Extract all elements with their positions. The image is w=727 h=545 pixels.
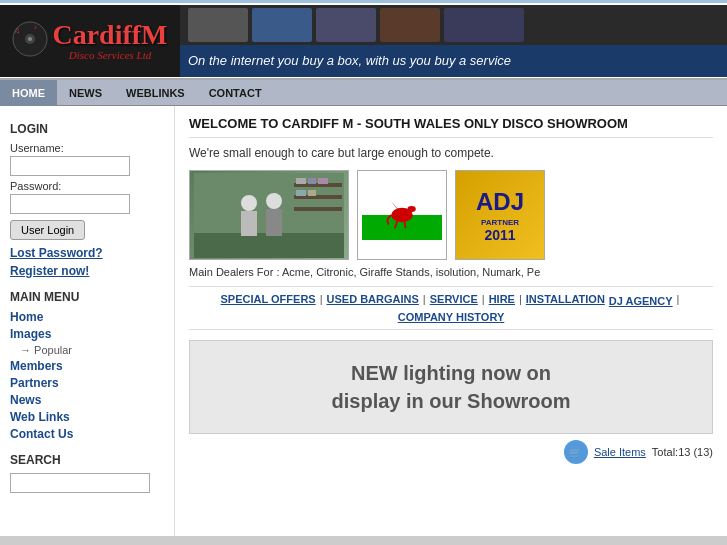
tagline-text: On the internet you buy a box, with us y… [188,53,511,68]
svg-text:🛒: 🛒 [569,446,582,459]
banner-product-1 [188,8,248,42]
svg-text:♫: ♫ [14,26,20,35]
promo-box: NEW lighting now ondisplay in our Showro… [189,340,713,434]
svg-line-25 [404,221,405,228]
banner-area: On the internet you buy a box, with us y… [180,5,727,77]
menu-images[interactable]: Images [10,327,164,341]
used-bargains-link[interactable]: USED BARGAINS [327,293,419,307]
menu-home[interactable]: Home [10,310,164,324]
shop-image [189,170,349,260]
banner-product-4 [380,8,440,42]
register-link[interactable]: Register now! [10,264,164,278]
search-title: SEARCH [10,453,164,467]
search-input[interactable] [10,473,150,493]
svg-rect-15 [308,178,316,184]
svg-rect-14 [296,178,306,184]
svg-rect-13 [294,207,342,211]
vinyl-icon: ♫ ♪ [12,21,48,57]
adj-logo: ADJ [476,188,524,216]
shop-svg [194,173,344,258]
menu-popular: → Popular [20,344,164,356]
welcome-title: WELCOME TO CARDIFF M - SOUTH WALES ONLY … [189,116,713,138]
svg-point-7 [241,195,257,211]
menu-weblinks[interactable]: Web Links [10,410,164,424]
lost-password-link[interactable]: Lost Password? [10,246,164,260]
header: ♫ ♪ CardiffM Disco Services Ltd On the i… [0,0,727,80]
navbar: HOME NEWS WEBLINKS CONTACT [0,80,727,106]
welcome-sub: We're small enough to care but large eno… [189,146,713,160]
menu-contact[interactable]: Contact Us [10,427,164,441]
welsh-flag-image [357,170,447,260]
svg-rect-17 [296,190,306,196]
banner-product-2 [252,8,312,42]
username-label: Username: [10,142,164,154]
svg-rect-6 [194,233,344,258]
banner-product-5 [444,8,524,42]
hire-link[interactable]: HIRE [489,293,515,307]
banner-product-3 [316,8,376,42]
nav-contact[interactable]: CONTACT [197,80,274,106]
adj-year: 2011 [484,227,515,243]
adj-badge-image: ADJ PARTNER 2011 [455,170,545,260]
cart-icon: 🛒 [566,442,586,462]
sidebar: LOGIN Username: Password: User Login Los… [0,106,175,536]
company-history-link[interactable]: COMPANY HISTORY [398,311,505,323]
main-layout: LOGIN Username: Password: User Login Los… [0,106,727,536]
nav-news[interactable]: NEWS [57,80,114,106]
main-menu-title: MAIN MENU [10,290,164,304]
sale-bar: 🛒 Sale Items Total:13 (13) [189,440,713,464]
installation-link[interactable]: INSTALLATION [526,293,605,307]
svg-point-9 [266,193,282,209]
menu-news[interactable]: News [10,393,164,407]
menu-partners[interactable]: Partners [10,376,164,390]
menu-members[interactable]: Members [10,359,164,373]
nav-weblinks[interactable]: WEBLINKS [114,80,197,106]
svg-text:♪: ♪ [34,24,37,30]
login-button[interactable]: User Login [10,220,85,240]
svg-rect-8 [241,211,257,236]
logo-area: ♫ ♪ CardiffM Disco Services Ltd [0,5,180,77]
logo-name: CardiffM [52,21,167,49]
nav-home[interactable]: HOME [0,80,57,106]
links-row: SPECIAL OFFERS | USED BARGAINS | SERVICE… [189,286,713,330]
main-content: WELCOME TO CARDIFF M - SOUTH WALES ONLY … [175,106,727,536]
sale-icon: 🛒 [564,440,588,464]
dj-agency-link[interactable]: DJ AGENCY [609,295,673,307]
promo-text: NEW lighting now ondisplay in our Showro… [200,359,702,415]
adj-partner-label: PARTNER [481,218,519,227]
logo-sub: Disco Services Ltd [52,49,167,61]
welsh-flag-svg [362,190,442,240]
gallery-row: ADJ PARTNER 2011 [189,170,713,260]
svg-rect-10 [266,209,282,236]
svg-point-23 [407,206,415,212]
svg-rect-16 [318,178,328,184]
svg-point-2 [28,37,32,41]
login-section-title: LOGIN [10,122,164,136]
password-label: Password: [10,180,164,192]
svg-rect-18 [308,190,316,196]
sale-total: Total:13 (13) [652,446,713,458]
service-link[interactable]: SERVICE [430,293,478,307]
banner-images [180,5,727,45]
special-offers-link[interactable]: SPECIAL OFFERS [221,293,316,307]
username-input[interactable] [10,156,130,176]
banner-tagline: On the internet you buy a box, with us y… [180,45,727,77]
sale-items-link[interactable]: Sale Items [594,446,646,458]
password-input[interactable] [10,194,130,214]
dealers-text: Main Dealers For : Acme, Citronic, Giraf… [189,266,713,278]
